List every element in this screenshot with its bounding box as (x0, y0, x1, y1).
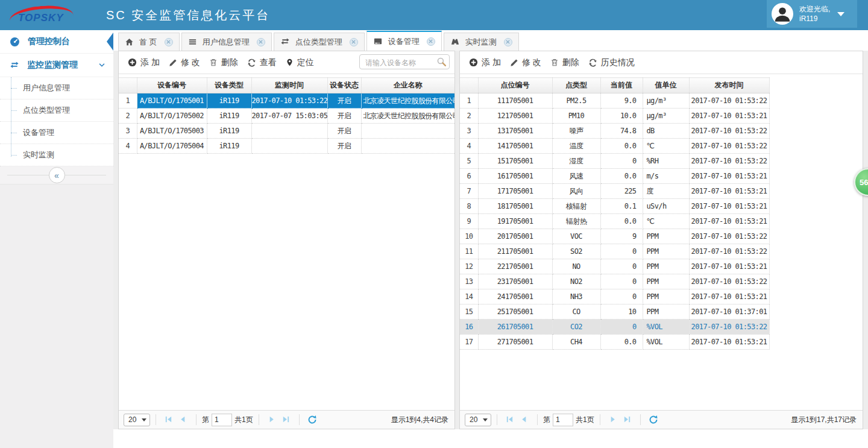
table-row[interactable]: 17271705001CH40.0%VOL2017-07-10 01:53:21 (460, 335, 769, 350)
tab-close-icon[interactable] (257, 38, 265, 46)
table-row[interactable]: 13231705001NO20PPM2017-07-10 01:53:22 (460, 274, 769, 289)
table-cell: uSv/h (643, 199, 689, 214)
table-cell: PPM (643, 244, 689, 259)
table-row[interactable]: 2121705001PM1010.0μg/m³2017-07-10 01:53:… (460, 109, 769, 124)
tab-close-icon[interactable] (165, 38, 173, 46)
table-row[interactable]: 4A/BJLT/O/1705004iR119开启 (119, 139, 454, 154)
tab-point-type[interactable]: 点位类型管理 (274, 33, 365, 51)
column-header[interactable]: 当前值 (600, 78, 643, 93)
first-page-icon[interactable] (505, 415, 515, 424)
table-row[interactable]: 16261705001CO20%VOL2017-07-10 01:53:22 (460, 320, 769, 335)
table-row[interactable]: 6161705001风速0.0m/s2017-07-10 01:53:21 (460, 169, 769, 184)
sidebar-subitem-point-type[interactable]: 点位类型管理 (0, 99, 113, 122)
table-row[interactable]: 4141705001温度0.0℃2017-07-10 01:53:22 (460, 139, 769, 154)
table-row[interactable]: 5151705001湿度0%RH2017-07-10 01:53:22 (460, 154, 769, 169)
sidebar-subitem-user-info[interactable]: 用户信息管理 (0, 77, 113, 99)
table-row[interactable]: 2A/BJLT/O/1705002iR1192017-07-07 15:03:0… (119, 109, 454, 124)
button-label: 添 加 (140, 57, 160, 68)
row-number-cell: 4 (460, 139, 478, 154)
device-search-input[interactable] (364, 55, 438, 69)
tab-close-icon[interactable] (504, 38, 512, 46)
table-row[interactable]: 7171705001风向225度2017-07-10 01:53:21 (460, 184, 769, 199)
reload-page-icon[interactable] (649, 415, 658, 424)
pager-separator (537, 414, 538, 425)
tab-realtime[interactable]: 实时监测 (444, 33, 519, 51)
add-button[interactable]: 添 加 (469, 57, 501, 68)
column-header[interactable]: 发布时间 (689, 78, 769, 93)
table-cell: 开启 (327, 139, 361, 154)
column-header[interactable]: 企业名称 (361, 78, 454, 93)
first-page-icon[interactable] (164, 415, 174, 424)
topsky-logo[interactable]: TOPSKY (8, 2, 78, 28)
table-row[interactable]: 10201705001VOC9PPM2017-07-10 01:53:22 (460, 229, 769, 244)
table-cell: 辐射热 (552, 214, 600, 229)
welcome-line1: 欢迎光临, (799, 4, 830, 14)
view-button[interactable]: 查看 (247, 57, 277, 68)
table-cell: iR119 (207, 139, 251, 154)
next-page-icon[interactable] (608, 415, 618, 424)
locate-button[interactable]: 定位 (286, 57, 314, 68)
tab-home[interactable]: 首 页 (118, 33, 180, 51)
table-row[interactable]: 1A/BJLT/O/1705001iR1192017-07-10 01:53:2… (119, 93, 454, 109)
pager-separator (640, 414, 641, 425)
page-number-input[interactable] (212, 414, 232, 426)
user-menu[interactable]: 欢迎光临, iR119 (767, 0, 857, 28)
table-cell: NH3 (552, 289, 600, 304)
table-row[interactable]: 1111705001PM2.59.0μg/m³2017-07-10 01:53:… (460, 93, 769, 109)
column-header[interactable]: 设备状态 (327, 78, 361, 93)
page-number-input[interactable] (553, 414, 573, 426)
next-page-icon[interactable] (267, 415, 277, 424)
sidebar-item-monitor-mgmt[interactable]: 监控监测管理 (0, 54, 113, 77)
history-button[interactable]: 历史情况 (588, 57, 635, 68)
table-cell: 2017-07-10 01:53:21 (689, 199, 769, 214)
table-row[interactable]: 8181705001核辐射0.1uSv/h2017-07-10 01:53:21 (460, 199, 769, 214)
sidebar-item-console[interactable]: 管理控制台 (0, 30, 113, 54)
table-cell: 度 (643, 184, 689, 199)
tab-device[interactable]: 设备管理 (366, 31, 442, 51)
table-row[interactable]: 15251705001CO10PPM2017-07-10 01:37:01 (460, 304, 769, 320)
collapse-icon[interactable]: « (49, 167, 65, 183)
button-label: 删除 (221, 57, 238, 68)
page-size-select[interactable]: 20 (465, 414, 491, 426)
search-icon[interactable] (436, 57, 447, 69)
table-row[interactable]: 12221705001NO0PPM2017-07-10 01:53:21 (460, 259, 769, 274)
last-page-icon[interactable] (281, 415, 291, 424)
refresh-icon (247, 58, 256, 67)
table-row[interactable]: 11211705001SO20PPM2017-07-10 01:53:22 (460, 244, 769, 259)
table-row[interactable]: 3131705001噪声74.8dB2017-07-10 01:53:22 (460, 124, 769, 139)
prev-page-icon[interactable] (178, 415, 188, 424)
column-header[interactable]: 监测时间 (251, 78, 327, 93)
pagination-summary: 显示1到17,共17记录 (791, 415, 857, 425)
sidebar-submenu: 用户信息管理点位类型管理设备管理实时监测 (0, 77, 113, 166)
column-header[interactable]: 点位编号 (478, 78, 552, 93)
edit-button[interactable]: 修 改 (510, 57, 541, 68)
column-header[interactable]: 值单位 (643, 78, 689, 93)
table-row[interactable]: 3A/BJLT/O/1705003iR119开启 (119, 124, 454, 139)
swap-icon (280, 37, 290, 46)
delete-button[interactable]: 删除 (550, 57, 579, 68)
reload-page-icon[interactable] (307, 415, 317, 424)
table-cell: 0.0 (600, 214, 643, 229)
tab-close-icon[interactable] (427, 37, 435, 46)
sidebar-subitem-device[interactable]: 设备管理 (0, 122, 113, 144)
prev-page-icon[interactable] (520, 415, 529, 424)
table-row[interactable]: 14241705001NH30PPM2017-07-10 01:53:21 (460, 289, 769, 304)
sidebar-collapse-button[interactable]: « (0, 166, 113, 185)
sidebar-subitem-realtime[interactable]: 实时监测 (0, 144, 113, 166)
column-header[interactable]: 设备类型 (207, 78, 251, 93)
edit-button[interactable]: 修 改 (169, 57, 200, 68)
table-row[interactable]: 9191705001辐射热0.0℃2017-07-10 01:53:21 (460, 214, 769, 229)
add-button[interactable]: 添 加 (128, 57, 160, 68)
tab-close-icon[interactable] (350, 38, 358, 46)
last-page-icon[interactable] (623, 415, 632, 424)
column-header[interactable]: 设备编号 (137, 78, 207, 93)
table-cell: NO (552, 259, 600, 274)
list-icon (188, 37, 197, 46)
tab-user-info[interactable]: 用户信息管理 (181, 33, 272, 51)
column-header[interactable]: 点类型 (552, 78, 600, 93)
realtime-table: 点位编号点类型当前值值单位发布时间1111705001PM2.59.0μg/m³… (460, 77, 770, 350)
delete-button[interactable]: 删除 (209, 57, 238, 68)
table-cell: 风速 (552, 169, 600, 184)
select-caret-icon (142, 418, 146, 421)
page-size-select[interactable]: 20 (124, 414, 150, 426)
